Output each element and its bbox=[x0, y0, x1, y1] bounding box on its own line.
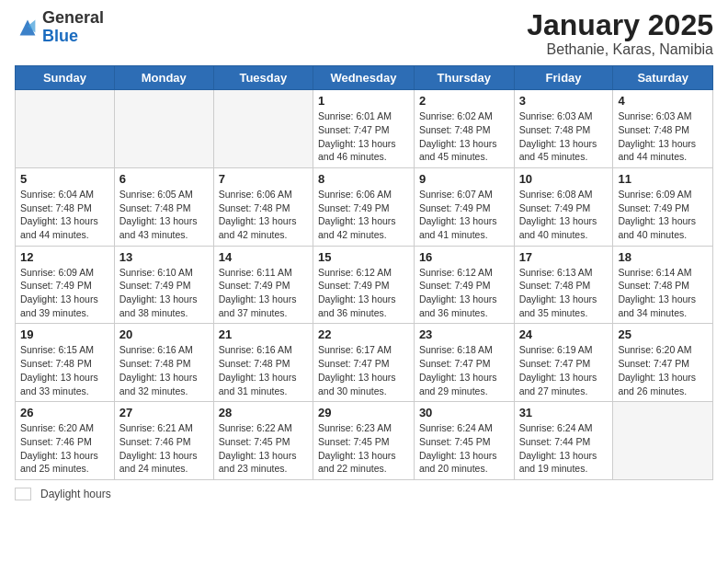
calendar-cell: 23Sunrise: 6:18 AM Sunset: 7:47 PM Dayli… bbox=[414, 324, 514, 402]
title-location: Bethanie, Karas, Namibia bbox=[527, 41, 713, 58]
day-number: 26 bbox=[20, 406, 109, 419]
calendar-cell: 31Sunrise: 6:24 AM Sunset: 7:44 PM Dayli… bbox=[514, 402, 613, 480]
calendar-cell: 19Sunrise: 6:15 AM Sunset: 7:48 PM Dayli… bbox=[16, 324, 115, 402]
day-info: Sunrise: 6:03 AM Sunset: 7:48 PM Dayligh… bbox=[618, 109, 708, 164]
day-number: 9 bbox=[419, 172, 509, 186]
calendar-cell: 1Sunrise: 6:01 AM Sunset: 7:47 PM Daylig… bbox=[313, 90, 414, 168]
logo-icon bbox=[15, 15, 40, 40]
day-info: Sunrise: 6:09 AM Sunset: 7:49 PM Dayligh… bbox=[618, 188, 708, 242]
day-info: Sunrise: 6:05 AM Sunset: 7:48 PM Dayligh… bbox=[119, 188, 209, 242]
day-number: 23 bbox=[419, 327, 509, 341]
calendar-week-row: 19Sunrise: 6:15 AM Sunset: 7:48 PM Dayli… bbox=[16, 324, 713, 402]
day-info: Sunrise: 6:07 AM Sunset: 7:49 PM Dayligh… bbox=[419, 188, 509, 242]
day-number: 31 bbox=[519, 406, 609, 419]
calendar-week-row: 26Sunrise: 6:20 AM Sunset: 7:46 PM Dayli… bbox=[16, 402, 713, 480]
day-info: Sunrise: 6:12 AM Sunset: 7:49 PM Dayligh… bbox=[318, 266, 409, 320]
calendar-cell: 14Sunrise: 6:11 AM Sunset: 7:49 PM Dayli… bbox=[213, 246, 313, 324]
calendar-cell: 20Sunrise: 6:16 AM Sunset: 7:48 PM Dayli… bbox=[114, 324, 213, 402]
day-number: 30 bbox=[419, 406, 509, 419]
calendar-cell: 26Sunrise: 6:20 AM Sunset: 7:46 PM Dayli… bbox=[16, 402, 115, 480]
day-number: 15 bbox=[318, 250, 409, 264]
day-info: Sunrise: 6:02 AM Sunset: 7:48 PM Dayligh… bbox=[419, 109, 509, 164]
day-info: Sunrise: 6:22 AM Sunset: 7:45 PM Dayligh… bbox=[219, 421, 308, 476]
calendar-cell: 12Sunrise: 6:09 AM Sunset: 7:49 PM Dayli… bbox=[16, 246, 115, 324]
calendar-cell: 24Sunrise: 6:19 AM Sunset: 7:47 PM Dayli… bbox=[514, 324, 613, 402]
day-number: 19 bbox=[20, 327, 109, 341]
calendar-cell: 10Sunrise: 6:08 AM Sunset: 7:49 PM Dayli… bbox=[514, 167, 613, 246]
calendar-cell: 9Sunrise: 6:07 AM Sunset: 7:49 PM Daylig… bbox=[414, 167, 514, 246]
day-number: 29 bbox=[318, 406, 409, 419]
day-info: Sunrise: 6:10 AM Sunset: 7:49 PM Dayligh… bbox=[119, 266, 209, 320]
calendar-table: SundayMondayTuesdayWednesdayThursdayFrid… bbox=[15, 65, 713, 480]
calendar-cell: 17Sunrise: 6:13 AM Sunset: 7:48 PM Dayli… bbox=[514, 246, 613, 324]
day-number: 3 bbox=[519, 94, 609, 108]
calendar-cell: 3Sunrise: 6:03 AM Sunset: 7:48 PM Daylig… bbox=[514, 90, 613, 168]
calendar-cell bbox=[114, 90, 213, 168]
day-number: 5 bbox=[20, 172, 109, 186]
calendar-cell: 11Sunrise: 6:09 AM Sunset: 7:49 PM Dayli… bbox=[613, 167, 713, 246]
weekday-header: Wednesday bbox=[313, 66, 414, 90]
calendar-cell bbox=[613, 402, 713, 480]
day-number: 21 bbox=[219, 327, 308, 341]
weekday-header-row: SundayMondayTuesdayWednesdayThursdayFrid… bbox=[16, 66, 713, 90]
day-number: 17 bbox=[519, 250, 609, 264]
calendar-cell: 25Sunrise: 6:20 AM Sunset: 7:47 PM Dayli… bbox=[613, 324, 713, 402]
day-info: Sunrise: 6:21 AM Sunset: 7:46 PM Dayligh… bbox=[119, 421, 209, 476]
calendar-cell: 16Sunrise: 6:12 AM Sunset: 7:49 PM Dayli… bbox=[414, 246, 514, 324]
day-info: Sunrise: 6:03 AM Sunset: 7:48 PM Dayligh… bbox=[519, 109, 609, 164]
logo-blue: Blue bbox=[42, 28, 104, 46]
day-info: Sunrise: 6:06 AM Sunset: 7:49 PM Dayligh… bbox=[318, 188, 409, 242]
logo: General Blue bbox=[15, 9, 104, 46]
day-number: 11 bbox=[618, 172, 708, 186]
day-number: 18 bbox=[618, 250, 708, 264]
day-number: 27 bbox=[119, 406, 209, 419]
calendar-cell: 29Sunrise: 6:23 AM Sunset: 7:45 PM Dayli… bbox=[313, 402, 414, 480]
logo-text: General Blue bbox=[42, 9, 104, 46]
day-info: Sunrise: 6:16 AM Sunset: 7:48 PM Dayligh… bbox=[219, 343, 308, 397]
logo-general: General bbox=[42, 9, 104, 28]
day-info: Sunrise: 6:20 AM Sunset: 7:47 PM Dayligh… bbox=[618, 343, 708, 397]
calendar-cell bbox=[16, 90, 115, 168]
calendar-cell: 8Sunrise: 6:06 AM Sunset: 7:49 PM Daylig… bbox=[313, 167, 414, 246]
weekday-header: Saturday bbox=[613, 66, 713, 90]
day-number: 24 bbox=[519, 327, 609, 341]
day-info: Sunrise: 6:12 AM Sunset: 7:49 PM Dayligh… bbox=[419, 266, 509, 320]
weekday-header: Monday bbox=[114, 66, 213, 90]
calendar-cell bbox=[213, 90, 313, 168]
weekday-header: Friday bbox=[514, 66, 613, 90]
day-info: Sunrise: 6:14 AM Sunset: 7:48 PM Dayligh… bbox=[618, 266, 708, 320]
footer: Daylight hours bbox=[15, 488, 713, 500]
day-info: Sunrise: 6:15 AM Sunset: 7:48 PM Dayligh… bbox=[20, 343, 109, 397]
calendar-cell: 21Sunrise: 6:16 AM Sunset: 7:48 PM Dayli… bbox=[213, 324, 313, 402]
day-info: Sunrise: 6:18 AM Sunset: 7:47 PM Dayligh… bbox=[419, 343, 509, 397]
day-number: 6 bbox=[119, 172, 209, 186]
calendar-cell: 15Sunrise: 6:12 AM Sunset: 7:49 PM Dayli… bbox=[313, 246, 414, 324]
calendar-week-row: 5Sunrise: 6:04 AM Sunset: 7:48 PM Daylig… bbox=[16, 167, 713, 246]
day-number: 7 bbox=[219, 172, 308, 186]
day-number: 8 bbox=[318, 172, 409, 186]
day-info: Sunrise: 6:01 AM Sunset: 7:47 PM Dayligh… bbox=[318, 109, 409, 164]
calendar-page: General Blue January 2025 Bethanie, Kara… bbox=[0, 0, 728, 563]
calendar-week-row: 12Sunrise: 6:09 AM Sunset: 7:49 PM Dayli… bbox=[16, 246, 713, 324]
day-number: 28 bbox=[219, 406, 308, 419]
calendar-cell: 18Sunrise: 6:14 AM Sunset: 7:48 PM Dayli… bbox=[613, 246, 713, 324]
calendar-cell: 22Sunrise: 6:17 AM Sunset: 7:47 PM Dayli… bbox=[313, 324, 414, 402]
legend-label: Daylight hours bbox=[40, 488, 111, 500]
title-month: January 2025 bbox=[527, 9, 713, 41]
day-number: 16 bbox=[419, 250, 509, 264]
calendar-cell: 7Sunrise: 6:06 AM Sunset: 7:48 PM Daylig… bbox=[213, 167, 313, 246]
day-number: 14 bbox=[219, 250, 308, 264]
weekday-header: Tuesday bbox=[213, 66, 313, 90]
day-info: Sunrise: 6:17 AM Sunset: 7:47 PM Dayligh… bbox=[318, 343, 409, 397]
legend-box bbox=[15, 488, 31, 500]
day-number: 10 bbox=[519, 172, 609, 186]
calendar-cell: 27Sunrise: 6:21 AM Sunset: 7:46 PM Dayli… bbox=[114, 402, 213, 480]
calendar-cell: 13Sunrise: 6:10 AM Sunset: 7:49 PM Dayli… bbox=[114, 246, 213, 324]
calendar-week-row: 1Sunrise: 6:01 AM Sunset: 7:47 PM Daylig… bbox=[16, 90, 713, 168]
day-info: Sunrise: 6:16 AM Sunset: 7:48 PM Dayligh… bbox=[119, 343, 209, 397]
day-info: Sunrise: 6:04 AM Sunset: 7:48 PM Dayligh… bbox=[20, 188, 109, 242]
weekday-header: Sunday bbox=[16, 66, 115, 90]
day-info: Sunrise: 6:09 AM Sunset: 7:49 PM Dayligh… bbox=[20, 266, 109, 320]
day-number: 2 bbox=[419, 94, 509, 108]
calendar-cell: 28Sunrise: 6:22 AM Sunset: 7:45 PM Dayli… bbox=[213, 402, 313, 480]
